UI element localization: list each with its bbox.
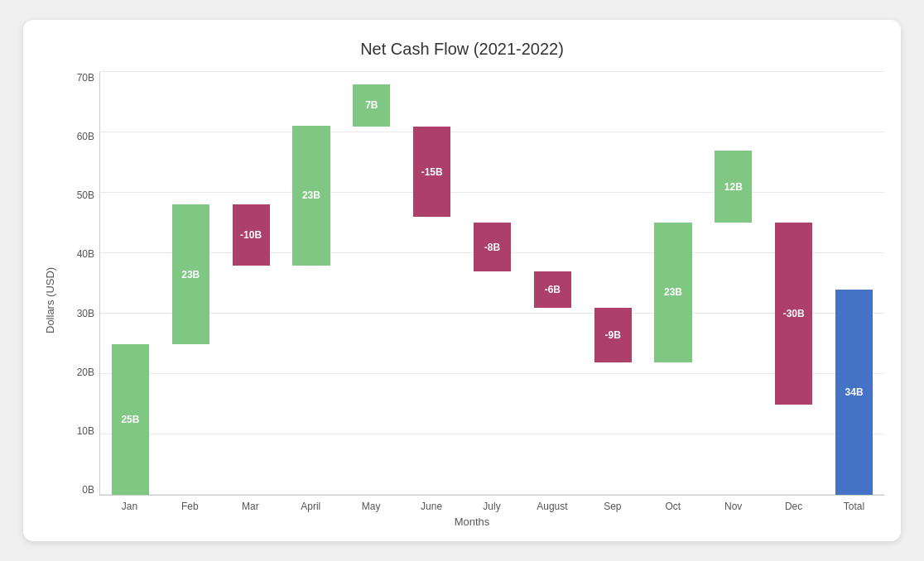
y-tick: 30B	[60, 308, 99, 319]
bar-wrapper: -6B	[534, 271, 571, 308]
x-tick: Dec	[763, 496, 824, 512]
bar-nov: 12B	[715, 151, 752, 223]
chart-container: Net Cash Flow (2021-2022) Dollars (USD) …	[23, 20, 901, 541]
bar-group: 23B	[282, 72, 342, 495]
bar-group: 34B	[824, 72, 884, 495]
bar-dec: -30B	[775, 223, 812, 404]
y-tick: 70B	[60, 72, 99, 84]
bar-wrapper: 34B	[835, 290, 873, 495]
bar-june: -15B	[413, 127, 450, 217]
bars-area: 25B23B-10B23B7B-15B-8B-6B-9B23B12B-30B34…	[99, 72, 884, 496]
bar-group: 12B	[703, 72, 763, 495]
bar-wrapper: -10B	[233, 204, 270, 265]
bar-label: 23B	[302, 189, 320, 201]
bar-group: 7B	[341, 72, 402, 495]
bar-august: -6B	[534, 271, 571, 308]
bar-wrapper: -15B	[413, 127, 450, 217]
x-tick: May	[341, 496, 402, 512]
bar-label: -9B	[605, 329, 621, 341]
bar-may: 7B	[353, 84, 390, 127]
bar-oct: 23B	[654, 223, 691, 362]
bar-label: 25B	[121, 414, 139, 425]
bar-group: -30B	[763, 72, 824, 495]
bar-july: -8B	[474, 223, 511, 271]
bar-label: -15B	[421, 166, 443, 178]
bar-label: -6B	[545, 284, 561, 295]
bar-wrapper: 25B	[112, 344, 149, 495]
bar-wrapper: -8B	[474, 223, 511, 271]
bar-group: 23B	[161, 72, 221, 495]
chart-body: Dollars (USD) 70B60B50B40B30B20B10B0B 25…	[40, 72, 884, 528]
y-tick: 40B	[60, 248, 99, 260]
y-tick: 10B	[60, 425, 99, 437]
bar-label: 12B	[724, 181, 743, 193]
bar-group: 25B	[100, 72, 161, 495]
x-tick: Oct	[642, 496, 703, 512]
bar-wrapper: -30B	[775, 223, 812, 404]
y-tick: 50B	[60, 189, 99, 201]
bar-wrapper: 23B	[654, 223, 691, 362]
bar-group: -15B	[402, 72, 462, 495]
y-tick: 0B	[60, 484, 99, 496]
x-tick: Feb	[160, 496, 220, 512]
x-tick: June	[402, 496, 462, 512]
x-axis: JanFebMarAprilMayJuneJulyAugustSepOctNov…	[99, 496, 884, 512]
bar-label: 34B	[845, 386, 864, 398]
bar-total: 34B	[835, 290, 873, 495]
bar-april: 23B	[292, 126, 330, 265]
x-tick: Mar	[220, 496, 281, 512]
bar-group: -10B	[221, 72, 282, 495]
bar-mar: -10B	[233, 204, 270, 265]
bar-wrapper: 23B	[292, 126, 330, 265]
x-tick: Nov	[703, 496, 763, 512]
y-axis: 70B60B50B40B30B20B10B0B	[60, 72, 99, 496]
bar-label: -30B	[783, 308, 805, 319]
bars-row: 25B23B-10B23B7B-15B-8B-6B-9B23B12B-30B34…	[100, 72, 884, 495]
bar-group: -9B	[583, 72, 643, 495]
bar-label: 7B	[365, 99, 378, 111]
bar-label: 23B	[181, 269, 200, 280]
bar-wrapper: 12B	[715, 151, 752, 223]
y-tick: 60B	[60, 131, 99, 142]
x-tick: Jan	[99, 496, 160, 512]
plot-area: 70B60B50B40B30B20B10B0B 25B23B-10B23B7B-…	[60, 72, 884, 496]
x-tick: April	[281, 496, 341, 512]
bar-label: 23B	[664, 286, 682, 298]
bar-group: 23B	[643, 72, 704, 495]
bar-jan: 25B	[112, 344, 149, 495]
x-axis-label: Months	[60, 515, 884, 528]
bar-feb: 23B	[172, 204, 209, 343]
x-tick: July	[462, 496, 522, 512]
x-tick: August	[522, 496, 582, 512]
x-tick: Total	[824, 496, 884, 512]
bar-wrapper: 7B	[353, 84, 390, 127]
bar-label: -8B	[484, 242, 500, 253]
bar-wrapper: -9B	[594, 308, 632, 362]
bar-wrapper: 23B	[172, 204, 209, 343]
bar-group: -8B	[462, 72, 522, 495]
y-axis-label: Dollars (USD)	[40, 72, 60, 528]
chart-inner: 70B60B50B40B30B20B10B0B 25B23B-10B23B7B-…	[60, 72, 884, 528]
bar-label: -10B	[240, 229, 262, 241]
chart-title: Net Cash Flow (2021-2022)	[40, 40, 884, 59]
x-tick: Sep	[582, 496, 642, 512]
bar-sep: -9B	[594, 308, 632, 362]
y-tick: 20B	[60, 367, 99, 378]
bar-group: -6B	[522, 72, 583, 495]
